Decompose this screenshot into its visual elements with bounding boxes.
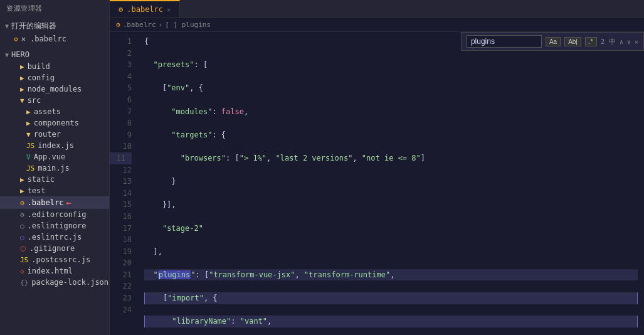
babel-file-icon: ⚙ (14, 35, 18, 43)
sidebar-item-node-modules[interactable]: ▶ node_modules (0, 83, 109, 95)
folder-icon-src: ▼ (20, 97, 24, 105)
app-container: 资源管理器 ▼ 打开的编辑器 ⚙ ✕ .babelrc ▼ HERO ▶ (0, 0, 644, 335)
tab-file-icon: ⚙ (119, 5, 123, 14)
html-icon: ◇ (20, 267, 24, 275)
search-count: 2 中 (601, 37, 616, 46)
editor-body: Aa Ab| .* 2 中 ∧ ∨ ✕ 12345 678910 11 1213… (110, 32, 644, 335)
sidebar-item-static[interactable]: ▶ static (0, 174, 109, 185)
sidebar-item-index-html[interactable]: ◇ index.html (0, 265, 109, 277)
open-file-babelrc[interactable]: ⚙ ✕ .babelrc (0, 33, 109, 45)
editor-container: ⚙ .babelrc ✕ ⚙ .babelrc › [ ] plugins Aa… (110, 0, 644, 335)
item-label-config: config (28, 73, 55, 82)
sidebar-item-app-vue[interactable]: V App.vue (0, 151, 109, 162)
item-label-node-modules: node_modules (28, 85, 82, 93)
code-content[interactable]: { "presets": [ ["env", { "modules": fals… (138, 32, 644, 335)
sidebar-item-src[interactable]: ▼ src (0, 95, 109, 106)
json-icon-package-lock: {} (20, 279, 28, 287)
code-line-5: "targets": { (144, 129, 638, 141)
sidebar-item-gitignore[interactable]: ⬡ .gitignore (0, 243, 109, 254)
item-label-editorconfig: .editorconfig (28, 210, 87, 219)
item-label-main-js: main.js (38, 164, 70, 173)
sidebar-item-router[interactable]: ▼ router (0, 129, 109, 140)
open-editors-text: 打开的编辑器 (11, 21, 56, 31)
sidebar-item-assets[interactable]: ▶ assets (0, 106, 109, 117)
open-file-name: ✕ .babelrc (21, 35, 66, 43)
sidebar-item-editorconfig[interactable]: ⚙ .editorconfig (0, 209, 109, 220)
code-line-7: } (144, 176, 638, 188)
code-line-4: "modules": false, (144, 106, 638, 118)
code-line-9: "stage-2" (144, 223, 638, 235)
sidebar-item-eslintignore[interactable]: ○ .eslintignore (0, 220, 109, 231)
tab-label: .babelrc (127, 5, 163, 14)
item-label-app-vue: App.vue (34, 152, 66, 161)
search-prev-btn[interactable]: ∧ (620, 38, 623, 45)
sidebar-item-main-js[interactable]: JS main.js (0, 162, 109, 174)
search-word-btn[interactable]: Ab| (564, 37, 581, 46)
arrow-icon: ▼ (5, 23, 9, 29)
item-label-index-js: index.js (38, 141, 74, 150)
folder-icon-assets: ▶ (26, 108, 31, 116)
sidebar-item-eslintrc[interactable]: ○ .eslintrc.js (0, 231, 109, 243)
open-editors-label[interactable]: ▼ 打开的编辑器 (0, 19, 109, 33)
sidebar-item-babelrc[interactable]: ⚙ .babelrc ← (0, 196, 109, 209)
sidebar-item-build[interactable]: ▶ build (0, 61, 109, 72)
item-label-assets: assets (34, 107, 61, 116)
folder-icon-node-modules: ▶ (20, 85, 24, 93)
config-icon-editor: ⚙ (20, 211, 24, 219)
js-icon-main: JS (26, 164, 34, 173)
folder-icon-build: ▶ (20, 63, 24, 71)
hero-label[interactable]: ▼ HERO (0, 48, 109, 61)
eslint-icon: ○ (20, 233, 24, 242)
search-next-btn[interactable]: ∨ (627, 38, 631, 45)
item-label-package-lock: package-lock.json (31, 278, 108, 287)
folder-icon-components: ▶ (26, 119, 31, 127)
item-label-components: components (34, 119, 79, 127)
breadcrumb-file: .babelrc (123, 21, 156, 29)
item-label-eslintrc: .eslintrc.js (28, 233, 82, 242)
eslintignore-icon: ○ (20, 222, 24, 230)
arrow-pointer-icon: ← (66, 198, 71, 208)
code-line-13: "libraryName": "vant", (144, 316, 638, 327)
code-line-3: ["env", { (144, 82, 638, 94)
breadcrumb-node: [ ] plugins (165, 21, 211, 29)
sidebar: 资源管理器 ▼ 打开的编辑器 ⚙ ✕ .babelrc ▼ HERO ▶ (0, 0, 110, 335)
breadcrumb-separator: › (159, 21, 163, 29)
sidebar-item-postcssrc[interactable]: JS .postcssrc.js (0, 254, 109, 265)
search-regex-btn[interactable]: .* (585, 37, 597, 46)
item-label-index-html: index.html (28, 267, 73, 275)
hero-arrow-icon: ▼ (5, 51, 9, 58)
item-label-eslintignore: .eslintignore (28, 221, 87, 230)
folder-icon-config: ▶ (20, 74, 24, 82)
breadcrumb: ⚙ .babelrc › [ ] plugins (110, 18, 644, 32)
code-line-2: "presets": [ (144, 59, 638, 71)
item-label-babelrc: .babelrc (28, 198, 64, 207)
item-label-test: test (28, 186, 46, 195)
tab-babelrc[interactable]: ⚙ .babelrc ✕ (110, 0, 180, 18)
item-label-router: router (34, 130, 61, 139)
search-close-btn[interactable]: ✕ (635, 38, 638, 45)
breadcrumb-file-icon: ⚙ (116, 21, 120, 29)
code-line-8: }], (144, 199, 638, 211)
item-label-gitignore: .gitignore (29, 244, 75, 253)
sidebar-title: 资源管理器 (0, 0, 109, 17)
search-input[interactable] (467, 35, 542, 48)
open-editors-section: ▼ 打开的编辑器 ⚙ ✕ .babelrc (0, 17, 109, 46)
item-label-build: build (28, 62, 50, 71)
tab-bar: ⚙ .babelrc ✕ (110, 0, 644, 18)
folder-icon-static: ▶ (20, 176, 24, 184)
code-line-11: "plugins": ["transform-vue-jsx", "transf… (144, 269, 638, 281)
folder-icon-router: ▼ (26, 130, 31, 139)
git-icon: ⬡ (20, 245, 26, 253)
hero-label-text: HERO (11, 50, 29, 59)
sidebar-item-components[interactable]: ▶ components (0, 117, 109, 129)
search-case-btn[interactable]: Aa (546, 37, 561, 46)
code-line-10: ], (144, 246, 638, 258)
js-icon-index: JS (26, 142, 34, 150)
sidebar-item-package-lock[interactable]: {} package-lock.json (0, 277, 109, 288)
sidebar-item-config[interactable]: ▶ config (0, 72, 109, 83)
tab-close-button[interactable]: ✕ (167, 6, 171, 13)
sidebar-item-test[interactable]: ▶ test (0, 185, 109, 196)
sidebar-item-index-js[interactable]: JS index.js (0, 140, 109, 151)
code-line-6: "browsers": ["> 1%", "last 2 versions", … (144, 152, 638, 164)
js-icon-postcss: JS (20, 256, 28, 264)
